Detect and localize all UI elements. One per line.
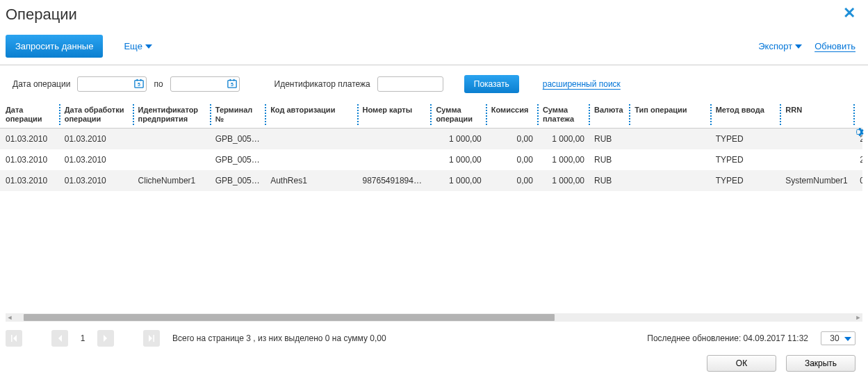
page-number: 1 [72, 333, 93, 343]
grid-settings-button[interactable] [853, 126, 864, 140]
cell-fee: 0,00 [486, 170, 537, 191]
chevron-down-icon [795, 44, 802, 49]
page-title: Операции [6, 6, 77, 24]
cell-extra: 29. [853, 149, 862, 170]
cell-card [357, 129, 431, 150]
cell-terminal: GPB_0055_2 [210, 149, 265, 170]
cell-fee: 0,00 [486, 149, 537, 170]
column-header[interactable]: Номер карты [357, 101, 431, 129]
column-header[interactable]: Дата операции [0, 101, 59, 129]
data-grid: Дата операцииДата обработки операцииИден… [0, 101, 862, 191]
column-header[interactable]: Код авторизации [265, 101, 357, 129]
cell-proc_date: 01.03.2010 [59, 170, 133, 191]
cell-proc_date: 01.03.2010 [59, 149, 133, 170]
cell-type [629, 170, 710, 191]
export-menu[interactable]: Экспорт [758, 41, 802, 51]
last-page-button[interactable] [143, 330, 160, 347]
chevron-down-icon [145, 44, 152, 49]
cell-merchant: ClicheNumber1 [133, 170, 210, 191]
column-header[interactable]: Дата обработки операции [59, 101, 133, 129]
date-to-field[interactable]: 5 [170, 76, 240, 92]
more-menu[interactable]: Еще [124, 41, 152, 51]
cell-proc_date: 01.03.2010 [59, 129, 133, 150]
cell-merchant [133, 149, 210, 170]
cell-rrn [780, 129, 853, 150]
chevron-down-icon [844, 337, 851, 341]
request-data-button[interactable]: Запросить данные [6, 35, 103, 58]
date-from-field[interactable]: 5 [77, 76, 147, 92]
cell-amount: 1 000,00 [430, 129, 485, 150]
next-page-button[interactable] [97, 330, 114, 347]
last-update: Последнее обновление: 04.09.2017 11:32 [647, 333, 808, 343]
close-icon[interactable]: ✕ [843, 6, 855, 21]
cell-amount: 1 000,00 [430, 149, 485, 170]
ok-button[interactable]: ОК [707, 355, 776, 372]
cell-cur: RUB [589, 129, 629, 150]
cell-pay: 1 000,00 [537, 170, 589, 191]
per-page-select[interactable]: 30 [821, 331, 855, 345]
cell-op_date: 01.03.2010 [0, 149, 59, 170]
scroll-left-icon[interactable]: ◄ [6, 313, 14, 322]
table-row[interactable]: 01.03.201001.03.2010ClicheNumber1GPB_005… [0, 170, 862, 191]
date-to-label: по [154, 79, 163, 89]
cell-rrn: SystemNumber1 [780, 170, 853, 191]
cell-method: TYPED [710, 129, 780, 150]
cell-type [629, 149, 710, 170]
cell-merchant [133, 129, 210, 150]
cell-extra: 04. [853, 170, 862, 191]
cell-fee: 0,00 [486, 129, 537, 150]
column-header[interactable]: Метод ввода [710, 101, 780, 129]
column-header[interactable]: RRN [780, 101, 853, 129]
prev-page-button[interactable] [51, 330, 68, 347]
table-row[interactable]: 01.03.201001.03.2010GPB_0055_31 000,000,… [0, 129, 862, 150]
more-label: Еще [124, 41, 142, 51]
cell-pay: 1 000,00 [537, 129, 589, 150]
cell-method: TYPED [710, 170, 780, 191]
cell-cur: RUB [589, 149, 629, 170]
column-header[interactable]: Тип операции [629, 101, 710, 129]
gear-icon [853, 126, 864, 138]
column-header[interactable]: Терминал № [210, 101, 265, 129]
cell-rrn [780, 149, 853, 170]
scroll-right-icon[interactable]: ► [854, 313, 862, 322]
column-header[interactable]: Идентификатор предприятия [133, 101, 210, 129]
cell-card [357, 149, 431, 170]
cell-pay: 1 000,00 [537, 149, 589, 170]
cell-auth: AuthRes1 [265, 170, 357, 191]
cell-method: TYPED [710, 149, 780, 170]
column-header[interactable]: Комиссия [486, 101, 537, 129]
payment-id-input[interactable] [377, 76, 443, 92]
table-row[interactable]: 01.03.201001.03.2010GPB_0055_21 000,000,… [0, 149, 862, 170]
close-button[interactable]: Закрыть [786, 355, 855, 372]
cell-card: 98765491894164 [357, 170, 431, 191]
cell-op_date: 01.03.2010 [0, 129, 59, 150]
refresh-link[interactable]: Обновить [814, 41, 855, 51]
cell-cur: RUB [589, 170, 629, 191]
cell-type [629, 129, 710, 150]
cell-terminal: GPB_0055_1 [210, 170, 265, 191]
cell-terminal: GPB_0055_3 [210, 129, 265, 150]
page-summary: Всего на странице 3 , из них выделено 0 … [172, 333, 634, 343]
column-header[interactable]: Сумма платежа [537, 101, 589, 129]
date-to-input[interactable] [170, 76, 240, 92]
cell-amount: 1 000,00 [430, 170, 485, 191]
column-header[interactable] [853, 101, 862, 129]
export-label: Экспорт [758, 41, 792, 51]
first-page-button[interactable] [6, 330, 22, 347]
cell-auth [265, 149, 357, 170]
scrollbar-thumb[interactable] [24, 314, 555, 321]
payment-id-label: Идентификатор платежа [275, 79, 370, 89]
cell-auth [265, 129, 357, 150]
column-header[interactable]: Валюта [589, 101, 629, 129]
advanced-search-link[interactable]: расширенный поиск [543, 79, 621, 89]
column-header[interactable]: Сумма операции [430, 101, 485, 129]
show-button[interactable]: Показать [464, 75, 519, 93]
date-from-input[interactable] [77, 76, 147, 92]
horizontal-scrollbar[interactable]: ◄ ► [6, 313, 862, 322]
cell-op_date: 01.03.2010 [0, 170, 59, 191]
date-op-label: Дата операции [13, 79, 70, 89]
